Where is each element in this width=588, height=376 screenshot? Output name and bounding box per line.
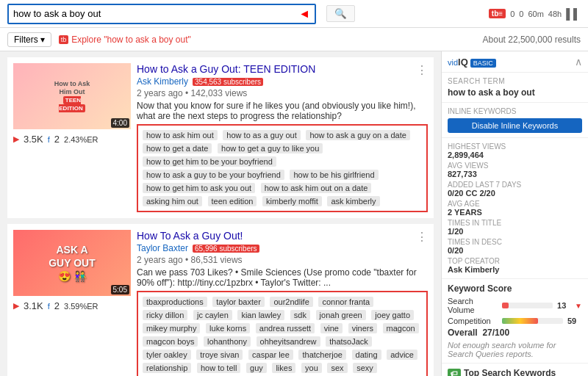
avg-views-value: 827,733 bbox=[448, 170, 582, 178]
filters-button[interactable]: Filters ▾ bbox=[7, 32, 51, 47]
top-keywords-header: 🏷 Top Search Keywords bbox=[448, 368, 582, 376]
tag[interactable]: how to tell bbox=[197, 363, 241, 373]
video-title-1[interactable]: How to Ask a Guy Out: TEEN EDITION bbox=[137, 63, 428, 75]
disable-keywords-button[interactable]: Disable Inline Keywords bbox=[448, 118, 582, 133]
tag[interactable]: taylor baxter bbox=[212, 297, 265, 307]
tag[interactable]: kimberly moffit bbox=[262, 196, 322, 206]
yt-count-1: 3.5K bbox=[24, 134, 43, 145]
tag[interactable]: how to get a date bbox=[143, 143, 212, 153]
search-term-label: SEARCH TERM bbox=[448, 77, 582, 85]
tag[interactable]: viners bbox=[348, 323, 377, 333]
er-1: 2.43%ER bbox=[64, 135, 98, 144]
top-creator-label: TOP CREATOR bbox=[448, 257, 582, 265]
channel-row-1: Ask Kimberly 354,563 subscribers bbox=[137, 76, 428, 87]
tag[interactable]: tbaxproductions bbox=[143, 297, 207, 307]
tag[interactable]: andrea russett bbox=[256, 323, 315, 333]
search-icon: 🔍 bbox=[334, 8, 347, 19]
avg-age-label: AVG AGE bbox=[448, 200, 582, 208]
tag[interactable]: ricky dillon bbox=[143, 310, 187, 320]
video-title-2[interactable]: How To Ask a Guy Out! bbox=[137, 230, 428, 242]
tag[interactable]: sexy bbox=[353, 363, 377, 373]
search-volume-value: 13 bbox=[557, 301, 572, 310]
tag[interactable]: our2ndlife bbox=[270, 297, 312, 307]
tag[interactable]: teen edition bbox=[208, 196, 257, 206]
sidebar-header: vidIQ BASIC ∧ bbox=[442, 51, 588, 73]
tag[interactable]: how to get him to ask you out bbox=[143, 183, 255, 193]
competition-fill bbox=[502, 318, 538, 324]
tag[interactable]: you bbox=[301, 363, 322, 373]
top-bar: ◄ 🔍 tb≡ 0 0 60m 48h ▌▌ bbox=[0, 0, 588, 28]
tag[interactable]: caspar lee bbox=[248, 350, 293, 360]
thumb2-text: ASK AGUY OUT😍 👫 bbox=[49, 243, 96, 283]
subscriber-count-1: 354,563 subscribers bbox=[193, 78, 263, 86]
tag[interactable]: ask kimberly bbox=[327, 196, 379, 206]
times-in-title-label: TIMES IN TITLE bbox=[448, 219, 582, 227]
tag[interactable]: how to get a guy to like you bbox=[218, 143, 323, 153]
more-options-icon[interactable]: ⋮ bbox=[416, 63, 428, 77]
explore-button[interactable]: tb Explore "how to ask a boy out" bbox=[59, 35, 191, 45]
competition-label: Competition bbox=[448, 317, 499, 325]
tag[interactable]: how to as a guy out bbox=[223, 130, 300, 140]
overall-label: Overall bbox=[448, 328, 478, 338]
tag[interactable]: magcon boys bbox=[143, 336, 198, 347]
tag[interactable]: sex bbox=[327, 363, 347, 373]
search-input[interactable] bbox=[13, 8, 298, 19]
tag[interactable]: advice bbox=[387, 350, 417, 360]
er-2: 3.59%ER bbox=[64, 302, 98, 311]
tags-box-2: tbaxproductions taylor baxter our2ndlife… bbox=[137, 291, 428, 376]
counter1: 0 bbox=[510, 10, 514, 18]
tag[interactable]: thatcherjoe bbox=[298, 350, 345, 360]
tag[interactable]: asking him out bbox=[143, 196, 202, 206]
top-keywords-title: Top Search Keywords bbox=[464, 368, 556, 376]
times-in-desc-label: TIMES IN DESC bbox=[448, 238, 582, 246]
tag[interactable]: vine bbox=[320, 323, 343, 333]
tag[interactable]: how to ask him out bbox=[143, 130, 218, 140]
tag[interactable]: how to ask him out on a date bbox=[261, 183, 372, 193]
inline-keywords-label: INLINE KEYWORDS bbox=[448, 107, 582, 115]
search-volume-triangle: ▼ bbox=[575, 302, 582, 310]
close-button[interactable]: ∧ bbox=[575, 56, 582, 68]
tag[interactable]: ohheyitsandrew bbox=[257, 336, 320, 347]
tag[interactable]: connor franta bbox=[318, 297, 373, 307]
channel-name-1[interactable]: Ask Kimberly bbox=[137, 76, 188, 87]
tag[interactable]: likes bbox=[272, 363, 295, 373]
tag[interactable]: troye sivan bbox=[196, 350, 243, 360]
tag[interactable]: luke korns bbox=[206, 323, 250, 333]
video-card: How to AskHim OutTEENEDITION 4:00 ▶ 3.5K… bbox=[7, 57, 434, 218]
tag[interactable]: mikey murphy bbox=[143, 323, 200, 333]
search-term-value: how to ask a boy out bbox=[448, 87, 582, 98]
tag[interactable]: how to get him to be your boyfriend bbox=[143, 156, 276, 167]
tag[interactable]: relationship bbox=[143, 363, 191, 373]
tag[interactable]: kian lawley bbox=[237, 310, 284, 320]
description-2: Can we pass 703 Likes? • Smile Sciences … bbox=[137, 267, 428, 288]
tag[interactable]: guy bbox=[246, 363, 267, 373]
tag[interactable]: how to be his girlfriend bbox=[290, 170, 378, 180]
channel-name-2[interactable]: Taylor Baxter bbox=[137, 243, 188, 253]
top-right-controls: tb≡ 0 0 60m 48h ▌▌ bbox=[489, 8, 581, 20]
times-in-desc-value: 0/20 bbox=[448, 246, 582, 255]
yt-count-2: 3.1K bbox=[24, 300, 43, 311]
tag[interactable]: how to ask a guy to be your boyfriend bbox=[143, 170, 284, 180]
time2: 48h bbox=[548, 10, 562, 18]
tag[interactable]: jc caylen bbox=[193, 310, 232, 320]
fb-icon-2: f bbox=[48, 302, 50, 311]
vid-part: vid bbox=[448, 58, 458, 67]
vidiq-sidebar: vidIQ BASIC ∧ SEARCH TERM how to ask a b… bbox=[441, 51, 588, 376]
warning-text: Not enough search volume for Search Quer… bbox=[448, 341, 582, 358]
tag[interactable]: joey gatto bbox=[371, 310, 414, 320]
added-last7-label: ADDED LAST 7 DAYS bbox=[448, 181, 582, 189]
bar-icon: ▌▌ bbox=[566, 8, 581, 20]
tag[interactable]: lohanthony bbox=[204, 336, 251, 347]
search-button[interactable]: 🔍 bbox=[326, 5, 355, 22]
tag[interactable]: tyler oakley bbox=[143, 350, 191, 360]
more-options-icon-2[interactable]: ⋮ bbox=[416, 230, 428, 244]
tag[interactable]: sdk bbox=[290, 310, 310, 320]
tag[interactable]: magcon bbox=[383, 323, 419, 333]
tag[interactable]: dating bbox=[352, 350, 381, 360]
results-count: About 22,500,000 results bbox=[483, 35, 581, 45]
tag[interactable]: jonah green bbox=[316, 310, 366, 320]
tag[interactable]: how to ask a guy on a date bbox=[306, 130, 409, 140]
search-container: ◄ bbox=[7, 4, 316, 24]
tag[interactable]: thatsoJack bbox=[326, 336, 372, 347]
overall-value: 27/100 bbox=[482, 328, 509, 338]
